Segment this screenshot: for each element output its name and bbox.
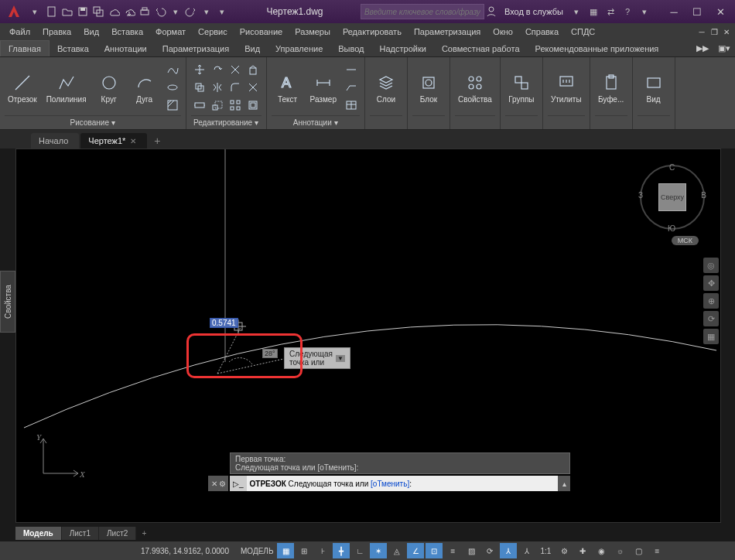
hardware-accel-icon[interactable]: ◉	[593, 543, 610, 558]
anno-scale-icon[interactable]: ⅄	[518, 543, 535, 558]
menu-help[interactable]: Справка	[519, 26, 565, 38]
grid-toggle-icon[interactable]: ▦	[277, 543, 294, 558]
maximize-button[interactable]: ☐	[685, 2, 709, 21]
hatch-icon[interactable]	[164, 97, 181, 114]
ribbon-tab-view[interactable]: Вид	[237, 41, 268, 56]
ribbon-tab-home[interactable]: Главная	[0, 40, 50, 56]
help-arrow[interactable]: ▾	[638, 5, 651, 19]
dim-button[interactable]: Размер	[307, 70, 340, 105]
command-recent-icon[interactable]: ▴	[558, 476, 570, 491]
close-button[interactable]: ✕	[709, 2, 732, 21]
panel-annot-title[interactable]: Аннотации	[293, 118, 332, 127]
move-icon[interactable]	[191, 61, 208, 78]
menu-view[interactable]: Вид	[77, 26, 105, 38]
new-icon[interactable]	[45, 5, 59, 19]
dynamic-input-icon[interactable]: ╋	[333, 543, 350, 558]
arc-button[interactable]: Дуга	[128, 70, 161, 105]
viewcube[interactable]: Сверху С Ю В З	[640, 165, 705, 230]
offset-icon[interactable]	[244, 97, 262, 114]
fillet-icon[interactable]	[227, 79, 244, 96]
app-menu-arrow[interactable]: ▾	[28, 5, 42, 19]
layout-tab-model[interactable]: Модель	[15, 527, 62, 540]
leader-icon[interactable]	[343, 79, 360, 96]
redo-icon[interactable]	[184, 5, 198, 19]
viewcube-w[interactable]: З	[638, 191, 643, 200]
panel-draw-title[interactable]: Рисование	[70, 118, 109, 127]
wcs-badge[interactable]: МСК	[672, 236, 699, 245]
table-icon[interactable]	[343, 97, 360, 114]
ribbon-tab-output[interactable]: Вывод	[330, 41, 371, 56]
isoplane-icon[interactable]: ◬	[388, 543, 405, 558]
erase-icon[interactable]	[244, 61, 262, 78]
transparency-icon[interactable]: ▨	[463, 543, 480, 558]
ribbon-collapse-icon[interactable]: ▣▾	[713, 40, 735, 56]
plot-icon[interactable]	[138, 5, 152, 19]
trim-icon[interactable]	[227, 61, 244, 78]
view-button[interactable]: Вид	[638, 70, 670, 105]
saveas-icon[interactable]	[91, 5, 105, 19]
customize-icon[interactable]: ≡	[648, 543, 665, 558]
ribbon-tab-collab[interactable]: Совместная работа	[434, 41, 528, 56]
block-button[interactable]: Блок	[412, 70, 445, 105]
login-button[interactable]: Вход в службы	[501, 5, 566, 18]
ribbon-tab-featured[interactable]: Рекомендованные приложения	[528, 41, 667, 56]
command-line-handle[interactable]: ✕⚙	[208, 476, 228, 491]
line-button[interactable]: Отрезок	[5, 70, 40, 105]
groups-button[interactable]: Группы	[505, 70, 538, 105]
dynamic-distance-input[interactable]: 0.5741	[210, 318, 238, 328]
ribbon-tab-annot[interactable]: Аннотации	[97, 41, 155, 56]
workspace-icon[interactable]: ⚙	[556, 543, 573, 558]
redo-split-icon[interactable]: ▾	[200, 5, 214, 19]
array-icon[interactable]	[227, 97, 244, 114]
anno-monitor-icon[interactable]: ✚	[574, 543, 591, 558]
nav-orbit-icon[interactable]: ⟳	[703, 311, 719, 326]
status-model[interactable]: МОДЕЛЬ	[238, 543, 275, 558]
osnap-toggle-icon[interactable]: ∠	[407, 543, 424, 558]
menu-spds[interactable]: СПДС	[565, 26, 601, 38]
scale-icon[interactable]	[209, 97, 226, 114]
save-icon[interactable]	[76, 5, 90, 19]
linear-dim-icon[interactable]	[343, 61, 360, 78]
menu-format[interactable]: Формат	[149, 26, 192, 38]
layout-tab-sheet1[interactable]: Лист1	[62, 527, 99, 540]
viewcube-top[interactable]: Сверху	[658, 183, 686, 211]
drawing-canvas[interactable]: Сверху С Ю В З МСК ◎ ✥ ⊕ ⟳ ▦ 0.5741 28° …	[15, 149, 721, 523]
doc-tab-start[interactable]: Начало	[31, 133, 79, 149]
qat-customize-icon[interactable]: ▾	[215, 5, 229, 19]
close-icon[interactable]: ✕	[130, 137, 136, 145]
utils-button[interactable]: Утилиты	[548, 70, 585, 105]
layout-tab-sheet2[interactable]: Лист2	[99, 527, 136, 540]
undo-icon[interactable]	[153, 5, 167, 19]
share-icon[interactable]: ⇄	[603, 5, 617, 19]
help-icon[interactable]: ?	[620, 5, 634, 19]
cmd-close-icon[interactable]: ✕	[211, 480, 217, 488]
doc-restore-icon[interactable]: ❐	[709, 26, 720, 37]
spline-icon[interactable]	[164, 61, 181, 78]
panel-edit-title[interactable]: Редактирование	[193, 118, 252, 127]
cycling-icon[interactable]: ⟳	[481, 543, 498, 558]
menu-insert[interactable]: Вставка	[105, 26, 149, 38]
cmd-config-icon[interactable]: ⚙	[219, 480, 226, 488]
ribbon-extra-icon[interactable]: ▶▶	[692, 40, 713, 56]
ribbon-tab-addins[interactable]: Надстройки	[372, 41, 434, 56]
polyline-button[interactable]: Полилиния	[43, 70, 90, 105]
polar-toggle-icon[interactable]: ✶	[370, 543, 387, 558]
scale-button[interactable]: 1:1	[537, 543, 554, 558]
doc-close-icon[interactable]: ✕	[721, 26, 732, 37]
copy-icon[interactable]	[191, 79, 208, 96]
isolate-icon[interactable]: ☼	[611, 543, 628, 558]
cleanscreen-icon[interactable]: ▢	[630, 543, 647, 558]
menu-service[interactable]: Сервис	[192, 26, 234, 38]
nav-pan-icon[interactable]: ✥	[703, 275, 719, 291]
nav-wheel-icon[interactable]: ◎	[703, 258, 719, 273]
viewcube-e[interactable]: В	[701, 191, 706, 200]
menu-file[interactable]: Файл	[3, 26, 36, 38]
cloud-open-icon[interactable]	[107, 5, 121, 19]
anno-toggle-icon[interactable]: ⅄	[500, 543, 517, 558]
undo-split-icon[interactable]: ▾	[169, 5, 183, 19]
login-arrow[interactable]: ▾	[569, 5, 583, 19]
menu-dims[interactable]: Размеры	[289, 26, 337, 38]
circle-button[interactable]: Круг	[93, 70, 125, 105]
menu-window[interactable]: Окно	[487, 26, 519, 38]
menu-modify[interactable]: Редактировать	[337, 26, 408, 38]
